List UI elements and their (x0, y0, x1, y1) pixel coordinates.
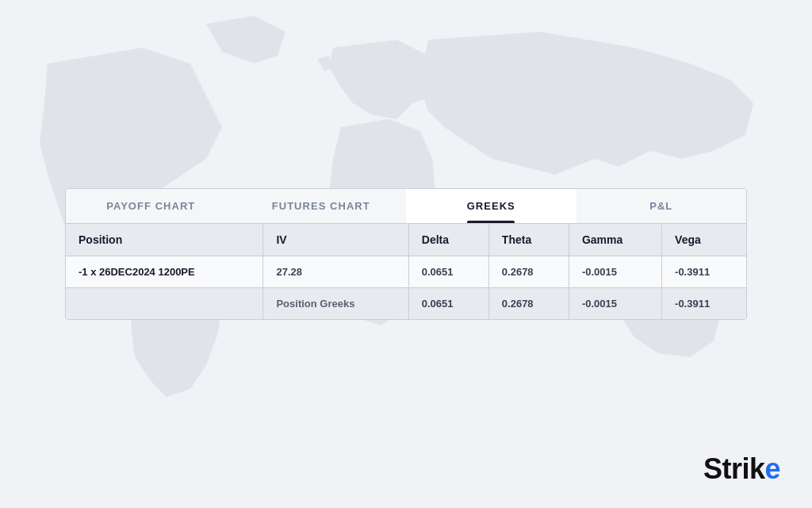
cell-theta-1: 0.2678 (488, 288, 569, 320)
main-card: PAYOFF CHART FUTURES CHART GREEKS P&L Po… (65, 188, 747, 320)
greeks-table: Position IV Delta Theta Gamma Vega -1 x … (66, 224, 746, 319)
tab-futures[interactable]: FUTURES CHART (236, 189, 407, 223)
tab-pnl[interactable]: P&L (576, 189, 747, 223)
tab-payoff[interactable]: PAYOFF CHART (66, 189, 236, 223)
col-header-theta: Theta (488, 224, 569, 256)
cell-position-1 (66, 288, 263, 320)
table-row: -1 x 26DEC2024 1200PE 27.28 0.0651 0.267… (66, 256, 746, 288)
cell-position-0: -1 x 26DEC2024 1200PE (66, 256, 263, 288)
col-header-vega: Vega (662, 224, 746, 256)
tab-bar: PAYOFF CHART FUTURES CHART GREEKS P&L (66, 189, 746, 224)
col-header-position: Position (66, 224, 263, 256)
cell-iv-1: Position Greeks (263, 288, 408, 320)
logo-text-blue: e (764, 452, 780, 485)
table-header-row: Position IV Delta Theta Gamma Vega (66, 224, 746, 256)
col-header-iv: IV (263, 224, 408, 256)
tab-greeks[interactable]: GREEKS (406, 189, 576, 223)
cell-theta-0: 0.2678 (488, 256, 569, 288)
logo-text-black: Strike (703, 452, 780, 486)
col-header-delta: Delta (408, 224, 488, 256)
col-header-gamma: Gamma (569, 224, 661, 256)
strike-logo: Strike (703, 452, 780, 486)
cell-vega-1: -0.3911 (662, 288, 746, 320)
table-row: Position Greeks 0.0651 0.2678 -0.0015 -0… (66, 288, 746, 320)
cell-vega-0: -0.3911 (662, 256, 746, 288)
cell-iv-0: 27.28 (263, 256, 408, 288)
cell-gamma-0: -0.0015 (569, 256, 661, 288)
cell-delta-0: 0.0651 (408, 256, 488, 288)
cell-delta-1: 0.0651 (408, 288, 488, 320)
cell-gamma-1: -0.0015 (569, 288, 661, 320)
